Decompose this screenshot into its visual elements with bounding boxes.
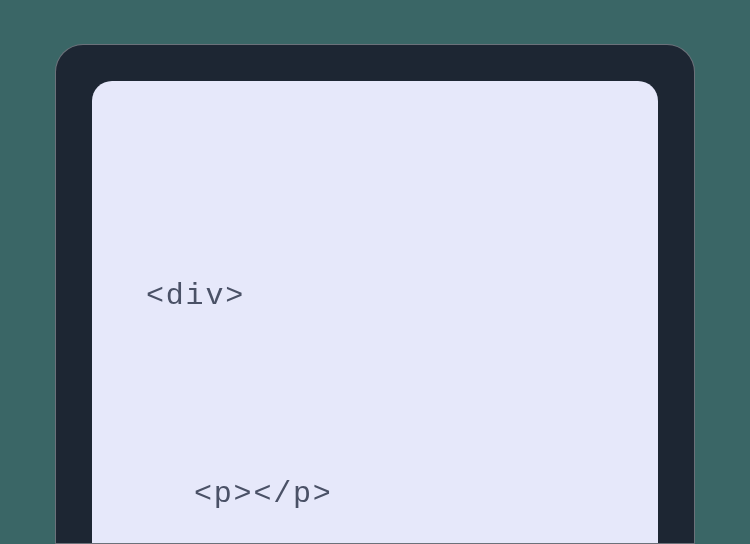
code-block: <div> <p></p> <form> </form> </div>: [146, 131, 604, 544]
code-example-frame: <div> <p></p> <form> </form> </div>: [55, 44, 695, 544]
code-line: <p></p>: [146, 461, 604, 527]
code-line: <div>: [146, 263, 604, 329]
code-panel: <div> <p></p> <form> </form> </div>: [92, 81, 658, 543]
